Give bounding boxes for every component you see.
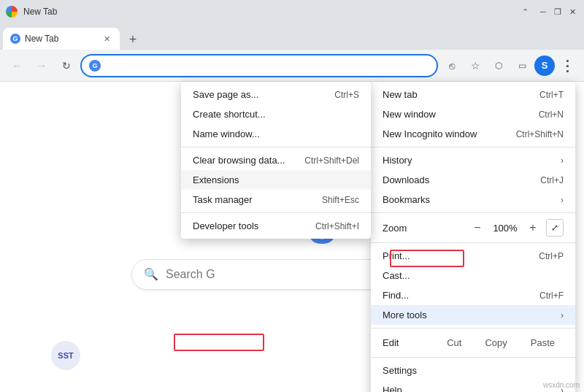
sst-shortcut[interactable]: SST bbox=[51, 341, 80, 370]
menu-item-create-shortcut[interactable]: Create shortcut... bbox=[181, 104, 371, 124]
reload-button[interactable]: ↻ bbox=[55, 55, 77, 77]
menu-divider-2 bbox=[371, 212, 575, 213]
menu-item-cast[interactable]: Cast... bbox=[371, 266, 575, 285]
menu-item-dev-tools[interactable]: Developer tools Ctrl+Shift+I bbox=[181, 216, 371, 236]
chevron-up-icon: ⌃ bbox=[522, 7, 529, 17]
omnibox-input[interactable] bbox=[105, 60, 429, 72]
search-icon: 🔍 bbox=[144, 267, 158, 281]
tab-label: New Tab bbox=[25, 34, 58, 44]
menu-item-history[interactable]: History › bbox=[371, 150, 575, 170]
zoom-in-button[interactable]: + bbox=[524, 219, 542, 237]
toolbar: ← → ↻ G ⎋ ☆ ⬡ ▭ S ⋮ bbox=[0, 50, 584, 82]
cut-button[interactable]: Cut bbox=[438, 334, 470, 351]
minimize-button[interactable]: ─ bbox=[537, 6, 549, 18]
active-tab[interactable]: G New Tab ✕ bbox=[3, 28, 120, 50]
google-icon: G bbox=[89, 60, 101, 72]
menu-item-clear-browsing[interactable]: Clear browsing data... Ctrl+Shift+Del bbox=[181, 150, 371, 170]
menu-item-bookmarks[interactable]: Bookmarks › bbox=[371, 190, 575, 210]
menu-item-task-manager[interactable]: Task manager Shift+Esc bbox=[181, 190, 371, 210]
menu-divider-5 bbox=[371, 357, 575, 358]
menu-item-downloads[interactable]: Downloads Ctrl+J bbox=[371, 170, 575, 190]
menu-divider-3 bbox=[371, 242, 575, 243]
tab-favicon: G bbox=[10, 34, 20, 44]
forward-button[interactable]: → bbox=[31, 55, 53, 77]
menu-item-new-incognito[interactable]: New Incognito window Ctrl+Shift+N bbox=[371, 124, 575, 144]
menu-item-find[interactable]: Find... Ctrl+F bbox=[371, 285, 575, 305]
tab-title-text: New Tab bbox=[23, 7, 57, 17]
copy-button[interactable]: Copy bbox=[476, 334, 515, 351]
more-tools-divider-1 bbox=[181, 147, 371, 147]
zoom-value: 100% bbox=[491, 223, 520, 234]
edit-actions: Cut Copy Paste bbox=[438, 334, 564, 351]
bookmark-button[interactable]: ☆ bbox=[464, 55, 486, 77]
share-button[interactable]: ⎋ bbox=[441, 55, 463, 77]
title-bar: New Tab ⌃ ─ ❐ ✕ bbox=[0, 0, 584, 23]
zoom-row: Zoom − 100% + ⤢ bbox=[371, 216, 575, 239]
zoom-controls: − 100% + ⤢ bbox=[469, 219, 564, 237]
zoom-fullscreen-button[interactable]: ⤢ bbox=[546, 219, 564, 237]
menu-item-print[interactable]: Print... Ctrl+P bbox=[371, 246, 575, 266]
toolbar-right: ⎋ ☆ ⬡ ▭ S ⋮ bbox=[441, 55, 578, 77]
menu-item-more-tools[interactable]: More tools › bbox=[371, 305, 575, 325]
watermark: wsxdn.com bbox=[543, 381, 580, 389]
zoom-out-button[interactable]: − bbox=[469, 219, 486, 237]
split-view-button[interactable]: ▭ bbox=[511, 55, 533, 77]
avatar-button[interactable]: S bbox=[534, 55, 555, 76]
menu-divider-1 bbox=[371, 147, 575, 147]
menu-item-new-window[interactable]: New window Ctrl+N bbox=[371, 104, 575, 124]
menu-item-extensions[interactable]: Extensions bbox=[181, 170, 371, 190]
chrome-menu: New tab Ctrl+T New window Ctrl+N New Inc… bbox=[371, 82, 575, 392]
menu-divider-4 bbox=[371, 328, 575, 328]
chrome-menu-button[interactable]: ⋮ bbox=[556, 55, 578, 77]
menu-item-settings[interactable]: Settings bbox=[371, 361, 575, 380]
menu-item-save-page[interactable]: Save page as... Ctrl+S bbox=[181, 85, 371, 104]
omnibox[interactable]: G bbox=[80, 54, 438, 77]
back-button[interactable]: ← bbox=[6, 55, 28, 77]
menu-item-name-window[interactable]: Name window... bbox=[181, 124, 371, 144]
tab-bar: G New Tab ✕ + bbox=[0, 23, 584, 50]
chrome-icon bbox=[6, 6, 18, 18]
new-tab-button[interactable]: + bbox=[123, 29, 143, 50]
edit-row: Edit Cut Copy Paste bbox=[371, 331, 575, 354]
restore-button[interactable]: ❐ bbox=[552, 6, 564, 18]
menu-item-new-tab[interactable]: New tab Ctrl+T bbox=[371, 85, 575, 104]
paste-button[interactable]: Paste bbox=[522, 334, 564, 351]
more-tools-divider-2 bbox=[181, 212, 371, 213]
extension-button[interactable]: ⬡ bbox=[488, 55, 510, 77]
more-tools-menu: Save page as... Ctrl+S Create shortcut..… bbox=[181, 82, 371, 239]
title-bar-left: New Tab bbox=[6, 6, 57, 18]
close-button[interactable]: ✕ bbox=[566, 6, 578, 18]
tab-close-button[interactable]: ✕ bbox=[101, 33, 112, 45]
window-controls: ⌃ ─ ❐ ✕ bbox=[522, 6, 578, 18]
